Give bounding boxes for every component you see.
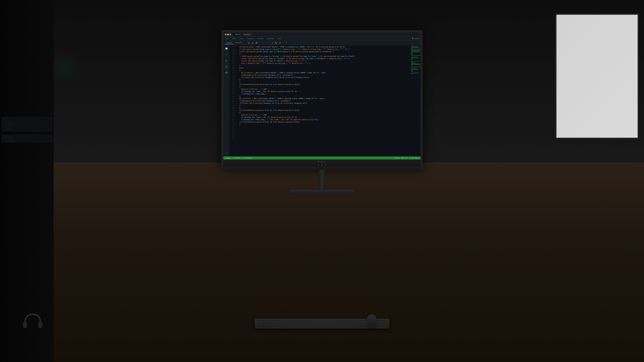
line-num-61: 61 bbox=[230, 112, 234, 114]
line-num-59: 59 bbox=[230, 107, 234, 109]
menu-help[interactable]: Help bbox=[277, 38, 282, 39]
code-line-51: if(!isset($search_param_arr[0]) && trim … bbox=[238, 83, 410, 86]
status-language[interactable]: PHP bbox=[402, 157, 404, 159]
title-bar: Source History bbox=[224, 32, 420, 37]
line-num-41: 41 bbox=[230, 65, 234, 67]
code-editor: 33 34 35 36 37 38 39 40 41 42 43 bbox=[230, 45, 420, 157]
activity-extensions-icon[interactable]: 🧩 bbox=[224, 71, 228, 75]
line-num-47: 47 bbox=[230, 79, 234, 81]
status-eol[interactable]: LF bbox=[406, 157, 408, 159]
line-num-53: 53 bbox=[230, 93, 234, 95]
monitor-button-3[interactable] bbox=[325, 165, 326, 166]
status-branch[interactable]: ⎇ main bbox=[225, 157, 230, 159]
svg-point-8 bbox=[226, 60, 226, 60]
code-area[interactable]: 33 34 35 36 37 38 39 40 41 42 43 bbox=[230, 45, 420, 157]
menu-file[interactable]: File bbox=[225, 38, 229, 39]
toolbar-icons: ↩ ↪ ▶ 🐛 ■ ⚙ bbox=[248, 41, 288, 44]
svg-rect-14 bbox=[23, 322, 27, 328]
code-line-72: { bbox=[238, 123, 410, 126]
code-line-62: } bbox=[238, 105, 410, 107]
stand-neck bbox=[319, 170, 325, 190]
redo-icon[interactable]: ↪ bbox=[265, 41, 268, 44]
close-button[interactable] bbox=[225, 34, 226, 35]
new-file-icon[interactable] bbox=[248, 41, 250, 44]
activity-files-icon[interactable] bbox=[224, 47, 228, 51]
code-line-49: } bbox=[238, 81, 410, 83]
stand-base bbox=[290, 190, 354, 195]
status-warnings[interactable]: ⚠ 2 warnings bbox=[242, 157, 252, 159]
tab-source[interactable]: Source bbox=[234, 33, 242, 36]
svg-line-12 bbox=[226, 61, 226, 61]
run-icon[interactable]: ▶ bbox=[271, 41, 274, 44]
code-line-42: else bbox=[238, 67, 410, 69]
settings-icon[interactable]: ⚙ bbox=[285, 41, 288, 44]
minimap: ████████████████████ ████████████████ ██… bbox=[410, 45, 420, 157]
line-num-38: 38 bbox=[230, 58, 234, 60]
undo-icon[interactable]: ↩ bbox=[261, 41, 264, 44]
toolbar-tab-history[interactable]: History bbox=[234, 41, 244, 44]
menu-edit[interactable]: Edit bbox=[232, 38, 236, 39]
monitor-frame: Source History File Edit View Navigate A… bbox=[221, 30, 422, 170]
search-everywhere[interactable]: 🔍 Search bbox=[412, 38, 419, 39]
menu-navigate[interactable]: Navigate bbox=[246, 38, 254, 39]
menu-settings[interactable]: Settings bbox=[267, 38, 274, 39]
stop-icon[interactable]: ■ bbox=[278, 41, 281, 44]
code-content[interactable]: $f_search_param = $DB->selectRow('SELECT… bbox=[236, 45, 410, 157]
title-tabs: Source History bbox=[234, 33, 252, 36]
line-num-58: 58 bbox=[230, 105, 234, 107]
ide-content: ⬛ 🧩 ⚙ 33 34 35 bbox=[224, 45, 420, 157]
line-num-44: 44 bbox=[230, 72, 234, 74]
line-num-64: 64 bbox=[230, 119, 234, 121]
code-line-46: if($category) $f_criterion['category_id'… bbox=[238, 74, 410, 76]
status-errors[interactable]: ⚠ 0 errors bbox=[232, 157, 240, 159]
menu-view[interactable]: View bbox=[239, 38, 244, 39]
status-encoding[interactable]: UTF-8 bbox=[396, 157, 400, 159]
code-line-37: if($f_search_param['rec_type']=="string"… bbox=[238, 55, 410, 58]
save-icon[interactable] bbox=[255, 41, 258, 44]
monitor-button-2[interactable] bbox=[321, 165, 323, 166]
code-line-69: f_catalog_rec.'name_lang_'.".".$f_lcode.… bbox=[238, 119, 410, 121]
line-num-51: 51 bbox=[230, 88, 234, 90]
line-num-36: 36 bbox=[230, 53, 234, 55]
monitor-button-1[interactable] bbox=[318, 165, 319, 166]
activity-git-icon[interactable] bbox=[224, 59, 228, 63]
svg-line-13 bbox=[226, 60, 226, 61]
line-num-71: 71 bbox=[230, 135, 234, 137]
debug-icon[interactable]: 🐛 bbox=[275, 41, 278, 44]
git-panel: M search.php M filter.php ? new_file.php bbox=[2, 135, 52, 142]
code-line-41: } bbox=[238, 65, 410, 67]
code-line-39: elseif ($f_search_param['rec_type']=="da… bbox=[238, 60, 410, 62]
toolbar-sep-3 bbox=[269, 41, 270, 44]
line-num-48: 48 bbox=[230, 81, 234, 83]
minimize-button[interactable] bbox=[227, 34, 229, 35]
svg-line-7 bbox=[227, 55, 228, 56]
line-num-42: 42 bbox=[230, 67, 234, 69]
line-num-35: 35 bbox=[230, 51, 234, 53]
svg-point-6 bbox=[226, 54, 227, 55]
code-line-67: $search_criterion .= " AND" bbox=[238, 114, 410, 116]
monitor-screen: Source History File Edit View Navigate A… bbox=[224, 32, 420, 160]
line-num-34: 34 bbox=[230, 48, 234, 51]
code-line-58: $f_criterion = $DB->selectRow('SELECT * … bbox=[238, 98, 410, 100]
activity-search-icon[interactable] bbox=[224, 53, 228, 57]
toolbar: Source History bbox=[224, 40, 420, 45]
line-num-39: 39 bbox=[230, 60, 234, 62]
line-num-63: 63 bbox=[230, 116, 234, 119]
menu-actions[interactable]: Actions bbox=[257, 38, 264, 39]
activity-bar: ⬛ 🧩 ⚙ bbox=[224, 45, 230, 157]
activity-debug-icon[interactable]: ⬛ bbox=[224, 65, 228, 69]
code-line-66: { bbox=[238, 112, 410, 114]
code-line-68: (f_catalog_rec.'name' LIKE "%".$search_p… bbox=[238, 116, 410, 119]
ide-window: Source History File Edit View Navigate A… bbox=[224, 32, 420, 160]
code-line-65: if(!isset($search_param_arr[1]) && trim … bbox=[238, 109, 410, 112]
open-file-icon[interactable] bbox=[252, 41, 254, 44]
monitor-stand bbox=[221, 170, 422, 195]
activity-settings-bottom-icon[interactable]: ⚙ bbox=[224, 151, 228, 155]
svg-point-10 bbox=[226, 60, 227, 61]
line-num-65: 65 bbox=[230, 121, 234, 123]
main-monitor: Source History File Edit View Navigate A… bbox=[221, 30, 422, 195]
tab-history[interactable]: History bbox=[242, 33, 252, 36]
toolbar-tab-source[interactable]: Source bbox=[225, 41, 234, 44]
line-num-37: 37 bbox=[230, 55, 234, 58]
maximize-button[interactable] bbox=[230, 34, 231, 35]
